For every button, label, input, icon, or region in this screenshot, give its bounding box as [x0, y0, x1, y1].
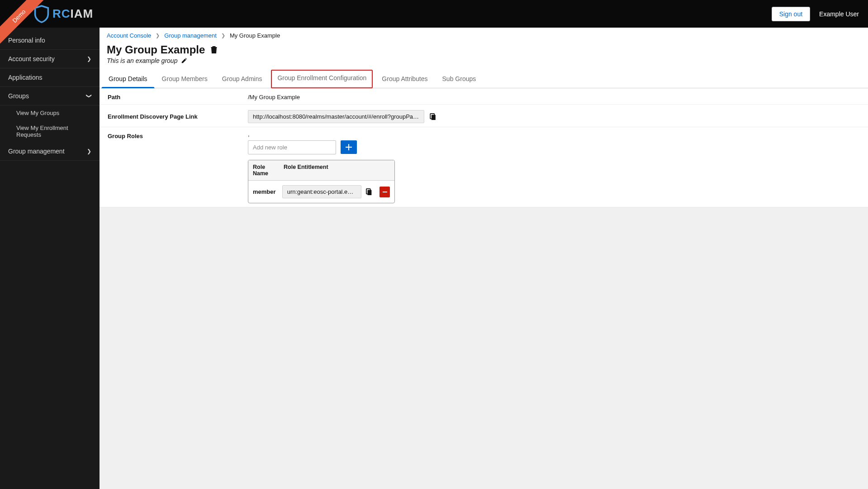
role-name: member — [253, 188, 278, 195]
sidebar-item-label: Personal info — [8, 37, 45, 44]
app-header: Demo RCIAM Sign out Example User — [0, 0, 868, 28]
chevron-right-icon: ❯ — [87, 148, 91, 154]
breadcrumb-group-management[interactable]: Group management — [164, 32, 217, 39]
sidebar-item-account-security[interactable]: Account security ❯ — [0, 50, 100, 68]
sidebar-item-label: View My Enrollment Requests — [16, 125, 91, 138]
page-title: My Group Example — [107, 43, 205, 56]
main-content: Account Console ❯ Group management ❯ My … — [100, 28, 868, 489]
chevron-down-icon: ❯ — [86, 94, 92, 98]
enrollment-link-label: Enrollment Discovery Page Link — [108, 111, 248, 120]
plus-icon — [346, 144, 352, 150]
sidebar-item-view-my-groups[interactable]: View My Groups — [0, 105, 100, 120]
trash-icon[interactable] — [210, 46, 218, 54]
sidebar: Personal info Account security ❯ Applica… — [0, 28, 100, 489]
svg-rect-2 — [368, 190, 372, 195]
tab-group-enrollment-configuration[interactable]: Group Enrollment Configuration — [271, 70, 373, 88]
breadcrumb-account-console[interactable]: Account Console — [107, 32, 151, 39]
sidebar-item-label: Group management — [8, 148, 65, 155]
chevron-right-icon: ❯ — [156, 33, 160, 38]
sidebar-item-applications[interactable]: Applications — [0, 68, 100, 87]
add-role-input[interactable] — [248, 140, 336, 154]
tab-group-admins[interactable]: Group Admins — [215, 70, 270, 88]
pencil-icon[interactable] — [181, 58, 187, 64]
roles-col-name: Role Name — [253, 164, 279, 177]
breadcrumb: Account Console ❯ Group management ❯ My … — [100, 28, 868, 42]
sidebar-item-groups[interactable]: Groups ❯ — [0, 87, 100, 105]
copy-icon[interactable] — [366, 188, 372, 196]
logo-text-iam: IAM — [71, 7, 94, 20]
sidebar-item-view-my-enrollment-requests[interactable]: View My Enrollment Requests — [0, 120, 100, 142]
chevron-right-icon: ❯ — [87, 56, 91, 62]
sidebar-item-label: Account security — [8, 55, 55, 62]
sidebar-item-label: View My Groups — [16, 110, 59, 116]
tab-sub-groups[interactable]: Sub Groups — [435, 70, 484, 88]
enrollment-link-value[interactable]: http://localhost:8080/realms/master/acco… — [248, 110, 424, 123]
roles-row: member urn:geant:eosc-portal.eu:grou ... — [248, 181, 394, 203]
shield-icon — [33, 5, 50, 23]
tab-group-attributes[interactable]: Group Attributes — [375, 70, 435, 88]
app-logo[interactable]: RCIAM — [33, 5, 93, 23]
tab-group-members[interactable]: Group Members — [155, 70, 215, 88]
roles-col-entitlement: Role Entitlement — [284, 164, 328, 177]
path-label: Path — [108, 92, 248, 101]
svg-rect-0 — [432, 115, 436, 120]
roles-table: Role Name Role Entitlement member urn:ge… — [248, 160, 395, 203]
chevron-right-icon: ❯ — [221, 33, 225, 38]
add-role-button[interactable] — [341, 140, 357, 154]
sidebar-item-label: Groups — [8, 92, 29, 100]
tabs: Group Details Group Members Group Admins… — [100, 70, 868, 88]
tab-group-details[interactable]: Group Details — [101, 70, 155, 88]
roles-leading-text: , — [248, 131, 860, 138]
sign-out-button[interactable]: Sign out — [772, 7, 810, 21]
logo-text: RCIAM — [52, 7, 93, 21]
sidebar-item-label: Applications — [8, 74, 43, 81]
page-description: This is an example group — [107, 57, 177, 64]
copy-icon[interactable] — [430, 113, 436, 120]
breadcrumb-current: My Group Example — [230, 32, 280, 39]
logo-text-rc: RC — [52, 7, 71, 20]
user-display-name: Example User — [819, 10, 859, 18]
sidebar-item-personal-info[interactable]: Personal info — [0, 31, 100, 50]
sidebar-item-group-management[interactable]: Group management ❯ — [0, 142, 100, 161]
role-entitlement-value[interactable]: urn:geant:eosc-portal.eu:grou ... — [282, 185, 362, 198]
remove-role-button[interactable] — [379, 187, 390, 197]
group-roles-label: Group Roles — [108, 131, 248, 139]
path-value: /My Group Example — [248, 92, 860, 101]
